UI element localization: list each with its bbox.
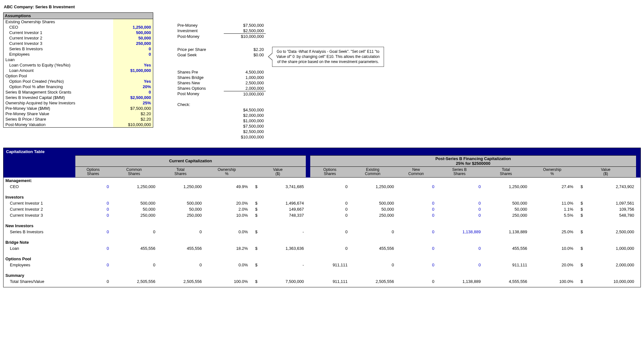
loan-amt-value[interactable]: $1,000,000 xyxy=(113,68,153,73)
col-serb: Series BShares xyxy=(436,166,483,178)
loan-conv-value[interactable]: Yes xyxy=(113,62,153,68)
col-opt2: OptionsShares xyxy=(310,166,349,178)
shares-new: 2,500,000 xyxy=(224,80,266,86)
col-opt: OptionsShares xyxy=(75,166,111,178)
shares-bridge: 1,000,000 xyxy=(224,75,266,80)
cap-table: Current Capitalization Post-Series B Fin… xyxy=(3,155,641,287)
table-row: Current Investor 10500,000500,00020.0%$1… xyxy=(3,200,641,206)
serb-label: Series B Investors xyxy=(3,46,113,52)
post-total: 10,000,000 xyxy=(224,91,266,97)
inv3-value[interactable]: 250,000 xyxy=(113,41,153,46)
invested-value[interactable]: $2,500,000 xyxy=(113,95,153,100)
inv1-value[interactable]: 500,000 xyxy=(113,30,153,35)
col-total: TotalShares xyxy=(157,166,204,178)
pm-share-value: $2.20 xyxy=(113,111,153,116)
col-newc: NewCommon xyxy=(396,166,436,178)
col-val: Value($) xyxy=(250,166,306,178)
check-2: $2,000,000 xyxy=(224,113,266,118)
col-exist: ExistingCommon xyxy=(349,166,396,178)
assumptions-box: Assumptions Existing Ownership Shares CE… xyxy=(3,12,153,128)
group-post: Post-Series B Financing Capitalization25… xyxy=(310,155,636,166)
post-total-label: Post Money xyxy=(175,91,224,97)
existing-shares-label: Existing Ownership Shares xyxy=(3,19,113,25)
check-4: $7,500,000 xyxy=(224,123,266,129)
check-3: $1,000,000 xyxy=(224,118,266,123)
calc-postmoney-label: Post-Money xyxy=(175,34,224,39)
mgmt-grants-label: Series B Management Stock Grants xyxy=(3,89,113,95)
pm-share-label: Pre-Money Share Value xyxy=(3,111,113,116)
table-row: Series B Investors0000.0%$-0001,138,8891… xyxy=(3,229,641,235)
serb-price-label: Series B Price / Share xyxy=(3,116,113,122)
acquired-value[interactable]: 25% xyxy=(113,100,153,106)
assumptions-header: Assumptions xyxy=(3,13,153,19)
acquired-label: Ownership Acquired by New Investors xyxy=(3,100,113,106)
shares-pre-label: Shares Pre xyxy=(175,69,224,75)
col-own2: Ownership% xyxy=(529,166,575,178)
opool-created-value[interactable]: Yes xyxy=(113,79,153,84)
check-5: $2,500,000 xyxy=(224,129,266,134)
opool-label: Option Pool xyxy=(3,73,113,79)
cap-table-wrap: Capitalization Table Current Capitalizat… xyxy=(3,148,641,288)
shares-bridge-label: Shares Bridge xyxy=(175,75,224,80)
loan-conv-label: Loan Converts to Equity (Yes/No) xyxy=(3,62,113,68)
loan-amt-label: Loan Amount xyxy=(3,68,113,73)
postmoney-label: Post-Money Valuation xyxy=(3,122,113,127)
col-own: Ownership% xyxy=(204,166,250,178)
calc-pps-label: Price per Share xyxy=(175,47,224,52)
inv2-value[interactable]: 50,000 xyxy=(113,35,153,41)
table-row: Loan0455,556455,55618.2%$1,363,6360455,5… xyxy=(3,245,641,251)
table-row: Current Investor 30250,000250,00010.0%$7… xyxy=(3,212,641,218)
opool-created-label: Option Pool Created (Yes/No) xyxy=(3,79,113,84)
shares-new-label: Shares New xyxy=(175,80,224,86)
mgmt-grants-value[interactable]: 0 xyxy=(113,89,153,95)
inv3-label: Current Investor 3 xyxy=(3,41,113,46)
ceo-value[interactable]: 1,250,000 xyxy=(113,25,153,30)
calc-pps: $2.20 xyxy=(224,47,266,52)
check-label: Check: xyxy=(175,102,224,107)
shares-opt-label: Shares Options xyxy=(175,86,224,91)
cap-table-title: Capitalization Table xyxy=(3,148,641,155)
inv2-label: Current Investor 2 xyxy=(3,35,113,41)
serb-price-value: $2.20 xyxy=(113,116,153,122)
shares-pre: 4,500,000 xyxy=(224,69,266,75)
check-6: $10,000,000 xyxy=(224,134,266,140)
calc-goalseek: $0.00 xyxy=(224,52,266,58)
emp-label: Employees xyxy=(3,52,113,57)
ceo-label: CEO xyxy=(3,25,113,30)
calc-block: Pre-Money$7,500,000 Investment$2,500,000… xyxy=(175,12,384,140)
calc-goalseek-label: Goal Seek xyxy=(175,52,224,58)
page-title: ABC Company: Series B Investment xyxy=(4,4,641,9)
opool-pct-label: Option Pool % after financing xyxy=(3,84,113,89)
loan-label: Loan xyxy=(3,57,113,62)
serb-value[interactable]: 0 xyxy=(113,46,153,52)
group-current: Current Capitalization xyxy=(75,155,306,166)
calc-premoney-label: Pre-Money xyxy=(175,23,224,28)
emp-value[interactable]: 0 xyxy=(113,52,153,57)
table-row: CEO01,250,0001,250,00049.9%$3,741,68501,… xyxy=(3,184,641,190)
opool-pct-value[interactable]: 20% xyxy=(113,84,153,89)
check-1: $4,500,000 xyxy=(224,107,266,113)
invested-label: Series B Invested Capital ($MM) xyxy=(3,95,113,100)
inv1-label: Current Investor 1 xyxy=(3,30,113,35)
col-val2: Value($) xyxy=(575,166,636,178)
col-common: CommonShares xyxy=(111,166,157,178)
calc-postmoney: $10,000,000 xyxy=(224,34,266,39)
col-total2: TotalShares xyxy=(483,166,529,178)
calc-premoney: $7,500,000 xyxy=(224,23,266,28)
premoney-label: Pre-Money Value ($MM) xyxy=(3,106,113,111)
calc-investment-label: Investment xyxy=(175,28,224,34)
shares-opt: 2,000,000 xyxy=(224,86,266,91)
goalseek-callout: Go to "Data -What If Analysis - Goal See… xyxy=(272,47,384,67)
table-row: Employees0000.0%$-911,111000911,11120.0%… xyxy=(3,262,641,268)
calc-investment: $2,500,000 xyxy=(224,28,266,34)
premoney-value: $7,500,000 xyxy=(113,106,153,111)
table-row: Current Investor 2050,00050,0002.0%$149,… xyxy=(3,206,641,212)
postmoney-value: $10,000,000 xyxy=(113,122,153,127)
table-row: Total Shares/Value02,505,5562,505,556100… xyxy=(3,278,641,284)
assumptions-table: Existing Ownership Shares CEO1,250,000 C… xyxy=(3,19,153,127)
